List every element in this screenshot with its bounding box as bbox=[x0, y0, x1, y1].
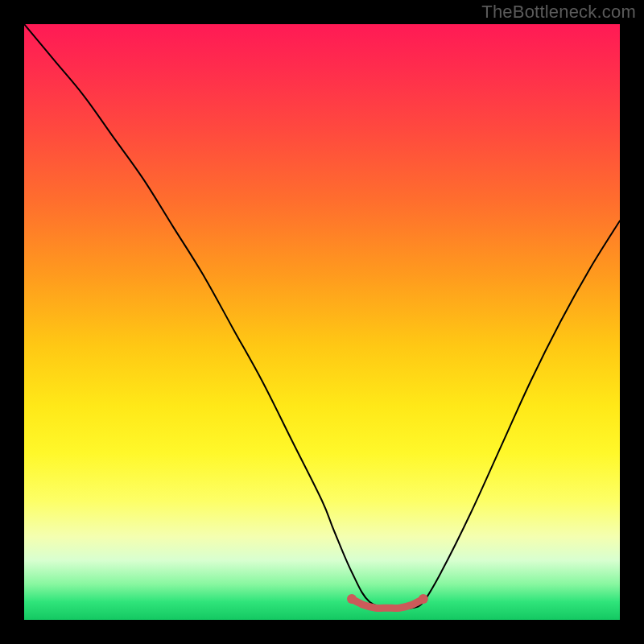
chart-svg bbox=[24, 24, 620, 620]
flat-bottom-segment-line bbox=[352, 599, 423, 608]
flat-bottom-right-dot bbox=[419, 594, 428, 604]
bottleneck-curve-line bbox=[24, 24, 620, 609]
chart-frame: TheBottleneck.com bbox=[0, 0, 644, 644]
watermark-text: TheBottleneck.com bbox=[481, 2, 636, 23]
chart-plot-area bbox=[24, 24, 620, 620]
flat-bottom-left-dot bbox=[347, 594, 357, 604]
